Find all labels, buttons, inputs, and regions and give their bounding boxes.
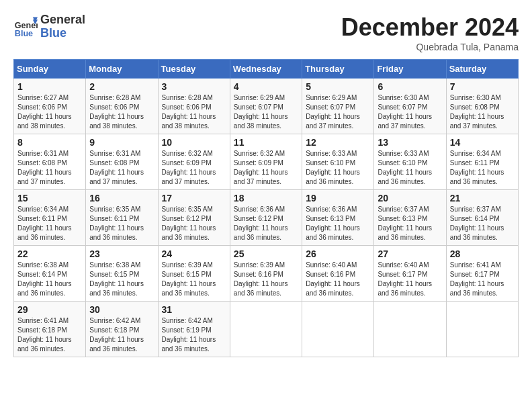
day-info: Sunrise: 6:30 AM Sunset: 6:07 PM Dayligh… — [378, 93, 442, 131]
day-info: Sunrise: 6:37 AM Sunset: 6:13 PM Dayligh… — [378, 205, 442, 242]
calendar-cell: 11 Sunrise: 6:32 AM Sunset: 6:09 PM Dayl… — [230, 134, 302, 190]
day-number: 13 — [378, 137, 442, 148]
day-info: Sunrise: 6:34 AM Sunset: 6:11 PM Dayligh… — [17, 205, 82, 242]
calendar-cell — [374, 302, 446, 357]
calendar-table: SundayMondayTuesdayWednesdayThursdayFrid… — [13, 59, 519, 357]
calendar-cell — [446, 302, 518, 357]
day-number: 10 — [162, 137, 226, 148]
day-number: 9 — [89, 137, 154, 148]
calendar-cell: 15 Sunrise: 6:34 AM Sunset: 6:11 PM Dayl… — [14, 190, 86, 246]
calendar-cell: 12 Sunrise: 6:33 AM Sunset: 6:10 PM Dayl… — [302, 134, 374, 190]
calendar-cell: 24 Sunrise: 6:39 AM Sunset: 6:15 PM Dayl… — [158, 246, 230, 302]
calendar-cell: 13 Sunrise: 6:33 AM Sunset: 6:10 PM Dayl… — [374, 134, 446, 190]
day-info: Sunrise: 6:35 AM Sunset: 6:12 PM Dayligh… — [162, 205, 226, 242]
day-info: Sunrise: 6:38 AM Sunset: 6:15 PM Dayligh… — [89, 261, 154, 298]
day-info: Sunrise: 6:33 AM Sunset: 6:10 PM Dayligh… — [306, 149, 370, 187]
calendar-cell: 14 Sunrise: 6:34 AM Sunset: 6:11 PM Dayl… — [446, 134, 518, 190]
logo-text: General Blue — [40, 13, 85, 40]
calendar-cell — [230, 302, 302, 357]
page-header: General Blue General Blue December 2024 … — [13, 13, 519, 52]
calendar-cell: 18 Sunrise: 6:36 AM Sunset: 6:12 PM Dayl… — [230, 190, 302, 246]
day-number: 27 — [378, 248, 442, 259]
logo: General Blue General Blue — [13, 13, 85, 40]
day-number: 20 — [378, 193, 442, 203]
day-number: 29 — [17, 304, 82, 315]
day-number: 3 — [162, 81, 226, 92]
header-day-monday: Monday — [86, 60, 158, 79]
day-info: Sunrise: 6:35 AM Sunset: 6:11 PM Dayligh… — [89, 205, 154, 242]
day-number: 19 — [306, 193, 370, 203]
day-info: Sunrise: 6:34 AM Sunset: 6:11 PM Dayligh… — [450, 149, 515, 187]
day-info: Sunrise: 6:39 AM Sunset: 6:15 PM Dayligh… — [162, 261, 226, 298]
calendar-week-2: 8 Sunrise: 6:31 AM Sunset: 6:08 PM Dayli… — [14, 134, 519, 190]
day-number: 5 — [306, 81, 370, 92]
calendar-cell: 21 Sunrise: 6:37 AM Sunset: 6:14 PM Dayl… — [446, 190, 518, 246]
day-number: 28 — [450, 248, 515, 259]
day-info: Sunrise: 6:36 AM Sunset: 6:13 PM Dayligh… — [306, 205, 370, 242]
day-number: 12 — [306, 137, 370, 148]
calendar-cell: 6 Sunrise: 6:30 AM Sunset: 6:07 PM Dayli… — [374, 79, 446, 134]
day-number: 24 — [162, 248, 226, 259]
calendar-week-4: 22 Sunrise: 6:38 AM Sunset: 6:14 PM Dayl… — [14, 246, 519, 302]
day-number: 26 — [306, 248, 370, 259]
day-info: Sunrise: 6:28 AM Sunset: 6:06 PM Dayligh… — [89, 93, 154, 131]
day-number: 23 — [89, 248, 154, 259]
day-info: Sunrise: 6:38 AM Sunset: 6:14 PM Dayligh… — [17, 261, 82, 298]
day-info: Sunrise: 6:42 AM Sunset: 6:19 PM Dayligh… — [162, 316, 226, 354]
day-info: Sunrise: 6:30 AM Sunset: 6:08 PM Dayligh… — [450, 93, 515, 131]
calendar-cell: 9 Sunrise: 6:31 AM Sunset: 6:08 PM Dayli… — [86, 134, 158, 190]
day-info: Sunrise: 6:29 AM Sunset: 6:07 PM Dayligh… — [234, 93, 298, 131]
day-info: Sunrise: 6:37 AM Sunset: 6:14 PM Dayligh… — [450, 205, 515, 242]
day-number: 17 — [162, 193, 226, 203]
day-info: Sunrise: 6:32 AM Sunset: 6:09 PM Dayligh… — [234, 149, 298, 187]
calendar-header-row: SundayMondayTuesdayWednesdayThursdayFrid… — [14, 60, 519, 79]
calendar-cell: 17 Sunrise: 6:35 AM Sunset: 6:12 PM Dayl… — [158, 190, 230, 246]
svg-text:Blue: Blue — [15, 29, 33, 38]
day-info: Sunrise: 6:31 AM Sunset: 6:08 PM Dayligh… — [17, 149, 82, 187]
header-day-wednesday: Wednesday — [230, 60, 302, 79]
day-number: 2 — [89, 81, 154, 92]
day-info: Sunrise: 6:33 AM Sunset: 6:10 PM Dayligh… — [378, 149, 442, 187]
calendar-cell: 16 Sunrise: 6:35 AM Sunset: 6:11 PM Dayl… — [86, 190, 158, 246]
calendar-week-5: 29 Sunrise: 6:41 AM Sunset: 6:18 PM Dayl… — [14, 302, 519, 357]
title-block: December 2024 Quebrada Tula, Panama — [341, 13, 519, 52]
calendar-cell: 28 Sunrise: 6:41 AM Sunset: 6:17 PM Dayl… — [446, 246, 518, 302]
day-number: 18 — [234, 193, 298, 203]
day-number: 16 — [89, 193, 154, 203]
day-info: Sunrise: 6:32 AM Sunset: 6:09 PM Dayligh… — [162, 149, 226, 187]
day-info: Sunrise: 6:31 AM Sunset: 6:08 PM Dayligh… — [89, 149, 154, 187]
calendar-cell: 31 Sunrise: 6:42 AM Sunset: 6:19 PM Dayl… — [158, 302, 230, 357]
day-number: 22 — [17, 248, 82, 259]
day-number: 14 — [450, 137, 515, 148]
day-number: 30 — [89, 304, 154, 315]
calendar-cell: 1 Sunrise: 6:27 AM Sunset: 6:06 PM Dayli… — [14, 79, 86, 134]
calendar-cell: 25 Sunrise: 6:39 AM Sunset: 6:16 PM Dayl… — [230, 246, 302, 302]
header-day-friday: Friday — [374, 60, 446, 79]
day-info: Sunrise: 6:36 AM Sunset: 6:12 PM Dayligh… — [234, 205, 298, 242]
day-number: 15 — [17, 193, 82, 203]
calendar-cell: 4 Sunrise: 6:29 AM Sunset: 6:07 PM Dayli… — [230, 79, 302, 134]
day-info: Sunrise: 6:29 AM Sunset: 6:07 PM Dayligh… — [306, 93, 370, 131]
logo-icon: General Blue — [13, 15, 38, 39]
day-info: Sunrise: 6:27 AM Sunset: 6:06 PM Dayligh… — [17, 93, 82, 131]
day-info: Sunrise: 6:41 AM Sunset: 6:18 PM Dayligh… — [17, 316, 82, 354]
day-info: Sunrise: 6:28 AM Sunset: 6:06 PM Dayligh… — [162, 93, 226, 131]
calendar-cell: 3 Sunrise: 6:28 AM Sunset: 6:06 PM Dayli… — [158, 79, 230, 134]
day-info: Sunrise: 6:41 AM Sunset: 6:17 PM Dayligh… — [450, 261, 515, 298]
calendar-cell — [302, 302, 374, 357]
calendar-cell: 26 Sunrise: 6:40 AM Sunset: 6:16 PM Dayl… — [302, 246, 374, 302]
day-number: 4 — [234, 81, 298, 92]
calendar-cell: 7 Sunrise: 6:30 AM Sunset: 6:08 PM Dayli… — [446, 79, 518, 134]
calendar-cell: 30 Sunrise: 6:42 AM Sunset: 6:18 PM Dayl… — [86, 302, 158, 357]
calendar-week-1: 1 Sunrise: 6:27 AM Sunset: 6:06 PM Dayli… — [14, 79, 519, 134]
calendar-week-3: 15 Sunrise: 6:34 AM Sunset: 6:11 PM Dayl… — [14, 190, 519, 246]
calendar-cell: 5 Sunrise: 6:29 AM Sunset: 6:07 PM Dayli… — [302, 79, 374, 134]
calendar-cell: 8 Sunrise: 6:31 AM Sunset: 6:08 PM Dayli… — [14, 134, 86, 190]
day-info: Sunrise: 6:40 AM Sunset: 6:16 PM Dayligh… — [306, 261, 370, 298]
header-day-sunday: Sunday — [14, 60, 86, 79]
location: Quebrada Tula, Panama — [341, 42, 519, 52]
calendar-cell: 20 Sunrise: 6:37 AM Sunset: 6:13 PM Dayl… — [374, 190, 446, 246]
header-day-thursday: Thursday — [302, 60, 374, 79]
day-info: Sunrise: 6:40 AM Sunset: 6:17 PM Dayligh… — [378, 261, 442, 298]
day-number: 25 — [234, 248, 298, 259]
